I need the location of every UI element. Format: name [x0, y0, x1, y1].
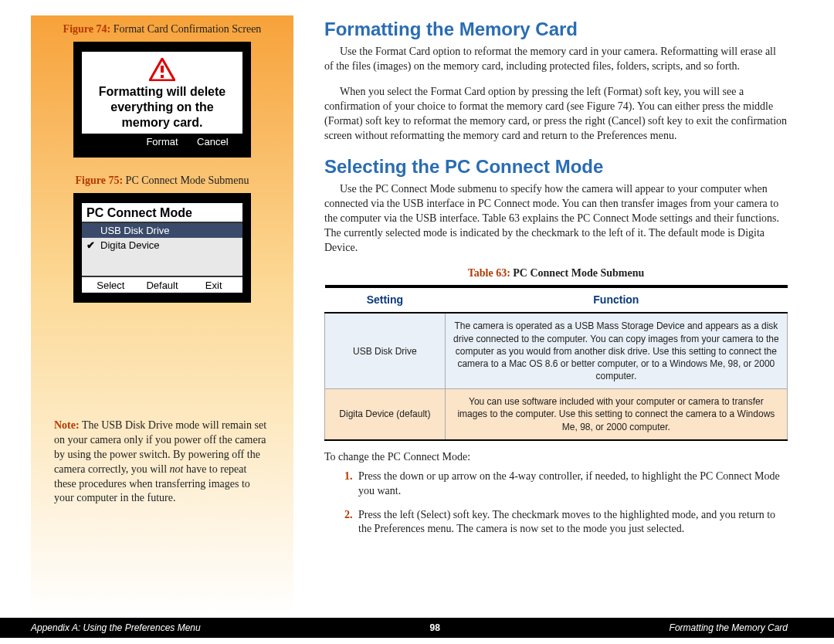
sidebar: Figure 74: Format Card Confirmation Scre…	[31, 15, 293, 616]
para-pcc-1: Use the PC Connect Mode submenu to speci…	[324, 182, 788, 255]
figure75-title: PC Connect Mode	[82, 203, 242, 223]
para-change-mode: To change the PC Connect Mode:	[324, 450, 788, 465]
table-row: Digita Device (default) You can use soft…	[325, 389, 788, 440]
softkey-default: Default	[137, 280, 188, 291]
figure74-caption: Figure 74: Format Card Confirmation Scre…	[54, 23, 270, 36]
svg-rect-2	[161, 75, 164, 78]
footer-page-number: 98	[429, 622, 439, 633]
softkey-format: Format	[137, 136, 187, 147]
softkey-select: Select	[85, 280, 137, 291]
note-block: Note: The USB Disk Drive mode will remai…	[54, 419, 270, 506]
figure75-option-usb: USB Disk Drive	[82, 223, 242, 238]
heading-pcconnect: Selecting the PC Connect Mode	[324, 154, 788, 179]
heading-formatting: Formatting the Memory Card	[324, 17, 788, 42]
figure75-softkeys: Select Default Exit	[82, 276, 242, 293]
checkmark-icon: ✔	[85, 239, 96, 251]
para-format-1: Use the Format Card option to reformat t…	[324, 45, 788, 74]
steps-list: Press the down or up arrow on the 4-way …	[324, 469, 788, 537]
table63-caption: Table 63: PC Connect Mode Submenu	[324, 266, 788, 281]
svg-rect-1	[161, 66, 164, 73]
figure74-softkeys: Format Cancel	[82, 134, 242, 147]
footer-left: Appendix A: Using the Preferences Menu	[31, 622, 201, 633]
table63-col-setting: Setting	[325, 286, 446, 313]
table-row: USB Disk Drive The camera is operated as…	[325, 313, 788, 388]
figure74: Formatting will delete everything on the…	[73, 42, 251, 158]
figure75: PC Connect Mode USB Disk Drive ✔Digita D…	[73, 193, 251, 303]
footer-right: Formatting the Memory Card	[670, 622, 788, 633]
softkey-cancel: Cancel	[188, 136, 238, 147]
table63-col-function: Function	[445, 286, 787, 313]
para-format-2: When you select the Format Card option b…	[324, 85, 788, 144]
list-item: Press the down or up arrow on the 4-way …	[355, 469, 788, 499]
warning-icon	[149, 58, 175, 81]
figure74-message: Formatting will delete everything on the…	[86, 84, 238, 130]
figure75-option-digita: ✔Digita Device	[82, 238, 242, 253]
table63: Setting Function USB Disk Drive The came…	[324, 285, 788, 440]
softkey-exit: Exit	[188, 280, 239, 291]
page-footer: Appendix A: Using the Preferences Menu 9…	[0, 618, 834, 638]
figure75-caption: Figure 75: PC Connect Mode Submenu	[54, 175, 270, 187]
main-content: Formatting the Memory Card Use the Forma…	[324, 15, 788, 616]
list-item: Press the left (Select) soft key. The ch…	[355, 508, 788, 537]
